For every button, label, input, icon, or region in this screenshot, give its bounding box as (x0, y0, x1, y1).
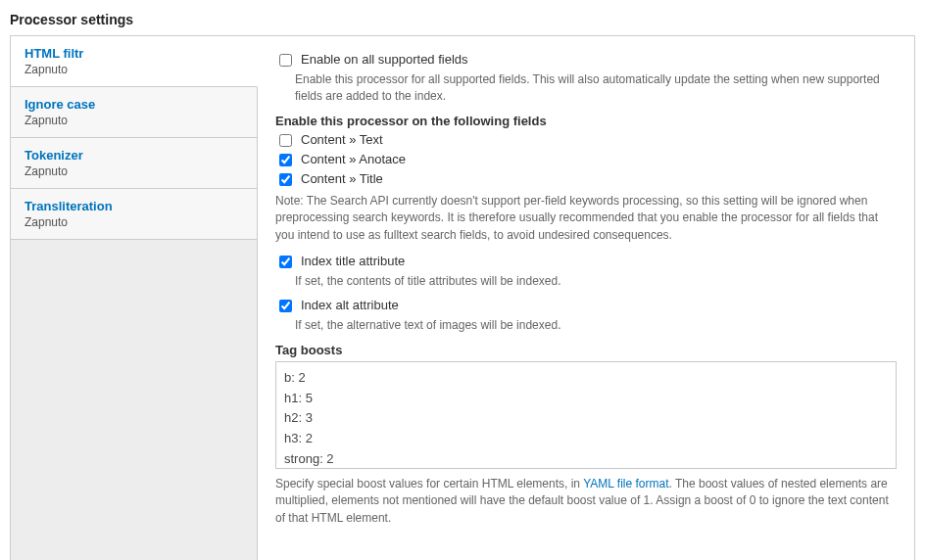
enable-all-checkbox[interactable] (279, 54, 292, 67)
vertical-tabs: HTML filtr Zapnuto Ignore case Zapnuto T… (11, 36, 258, 560)
index-title-description: If set, the contents of title attributes… (295, 273, 897, 290)
yaml-format-link[interactable]: YAML file format (583, 477, 668, 490)
enable-all-label: Enable on all supported fields (301, 52, 468, 67)
tab-html-filtr[interactable]: HTML filtr Zapnuto (11, 36, 258, 87)
processor-panel: HTML filtr Zapnuto Ignore case Zapnuto T… (10, 35, 915, 560)
tab-title: Transliteration (24, 199, 243, 213)
index-title-label: Index title attribute (301, 254, 405, 268)
tab-title: HTML filtr (24, 46, 243, 61)
tag-boosts-heading: Tag boosts (275, 343, 897, 357)
tab-title: Tokenizer (24, 148, 243, 163)
field-label: Content » Anotace (301, 152, 406, 166)
index-alt-description: If set, the alternative text of images w… (295, 317, 897, 334)
tab-title: Ignore case (24, 97, 243, 112)
tab-status: Zapnuto (24, 164, 243, 178)
section-title: Processor settings (10, 12, 915, 27)
index-alt-label: Index alt attribute (301, 298, 399, 312)
tab-status: Zapnuto (24, 63, 243, 76)
tag-boosts-textarea[interactable] (275, 361, 897, 469)
tab-tokenizer[interactable]: Tokenizer Zapnuto (11, 138, 257, 189)
desc-text: Specify special boost values for certain… (275, 477, 583, 490)
tab-transliteration[interactable]: Transliteration Zapnuto (11, 189, 257, 240)
field-content-text-checkbox[interactable] (279, 134, 292, 147)
tag-boosts-description: Specify special boost values for certain… (275, 476, 897, 527)
field-label: Content » Title (301, 171, 383, 186)
tab-status: Zapnuto (24, 114, 243, 127)
index-title-checkbox[interactable] (279, 256, 292, 268)
index-alt-checkbox[interactable] (279, 300, 292, 312)
enable-all-description: Enable this processor for all supported … (295, 71, 897, 106)
fields-note: Note: The Search API currently doesn't s… (275, 193, 897, 244)
field-content-title-checkbox[interactable] (279, 173, 292, 186)
tab-ignore-case[interactable]: Ignore case Zapnuto (11, 87, 257, 138)
field-label: Content » Text (301, 132, 383, 147)
fields-heading: Enable this processor on the following f… (275, 114, 897, 128)
field-content-anotace-checkbox[interactable] (279, 154, 292, 166)
tab-content: Enable on all supported fields Enable th… (258, 36, 914, 560)
tab-status: Zapnuto (24, 215, 243, 229)
